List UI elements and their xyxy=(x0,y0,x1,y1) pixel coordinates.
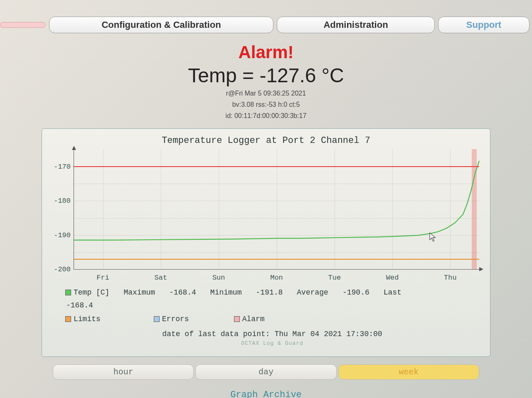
stat-avg-value: -190.6 xyxy=(342,286,369,299)
stat-min-value: -191.8 xyxy=(256,286,283,299)
tab-status-indicator[interactable] xyxy=(0,22,46,28)
header-block: Alarm! Temp = -127.6 °C r@Fri Mar 5 09:3… xyxy=(0,42,532,120)
tab-administration[interactable]: Administration xyxy=(277,17,435,33)
range-tabs: hour day week xyxy=(52,364,480,380)
meta-line-3: id: 00:11:7d:00:00:30:3b:17 xyxy=(0,112,532,120)
meta-line-1: r@Fri Mar 5 09:36:25 2021 xyxy=(0,89,532,98)
link-graph-archive[interactable]: Graph Archive xyxy=(0,390,532,398)
range-day[interactable]: day xyxy=(195,364,336,380)
chart-title: Temperature Logger at Port 2 Channel 7 xyxy=(49,135,483,146)
chart-plot-area: -170-180-190-200FriSatSunMonTueWedThu xyxy=(74,149,479,270)
tab-configuration[interactable]: Configuration & Calibration xyxy=(49,17,273,33)
tab-support[interactable]: Support xyxy=(438,17,530,33)
temp-reading: Temp = -127.6 °C xyxy=(0,64,532,87)
legend-temp-last-value: -168.4 xyxy=(66,299,479,312)
alarm-label: Alarm! xyxy=(0,42,532,62)
range-week[interactable]: week xyxy=(338,364,479,380)
meta-line-2: bv:3.08 rss:-53 h:0 ct:5 xyxy=(0,101,532,109)
range-hour[interactable]: hour xyxy=(53,364,194,380)
stat-min-label: Minimum xyxy=(210,286,242,299)
watermark: OCTAX Log & Guard xyxy=(65,339,479,348)
legend-area: Temp [C] Maximum -168.4 Minimum -191.8 A… xyxy=(65,286,479,348)
top-tabs: Configuration & Calibration Administrati… xyxy=(0,0,532,33)
legend-limits: Limits xyxy=(65,313,101,326)
legend-alarm: Alarm xyxy=(234,313,265,326)
chart-panel: Temperature Logger at Port 2 Channel 7 -… xyxy=(42,128,490,356)
stat-max-value: -168.4 xyxy=(169,286,196,299)
legend-temp: Temp [C] xyxy=(65,286,109,299)
stat-last-label: Last xyxy=(384,286,401,299)
stat-max-label: Maximum xyxy=(123,286,155,299)
footer-links: Graph Archive Suspend the alarm/Annotate xyxy=(0,390,532,398)
legend-errors: Errors xyxy=(154,313,189,326)
stat-avg-label: Average xyxy=(297,286,328,299)
